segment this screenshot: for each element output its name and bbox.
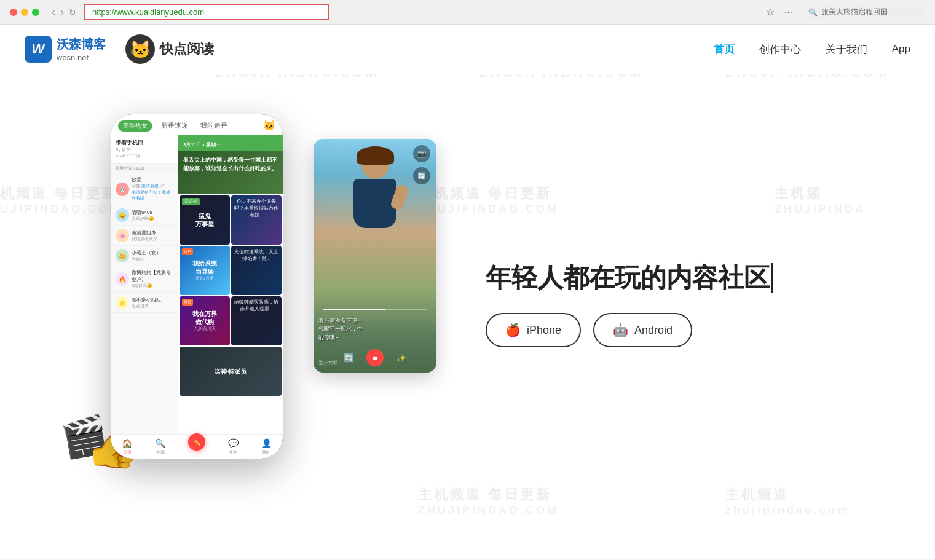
- iphone-download-button[interactable]: 🍎 iPhone: [486, 313, 581, 347]
- chat-avatar-6: 🌟: [116, 296, 129, 309]
- more-options-icon[interactable]: ···: [784, 7, 792, 18]
- video-camera-icon: 📷: [413, 145, 430, 162]
- chat-info-2: 喵喵6409 大家好哟😊: [132, 209, 173, 222]
- chat-item-5: 🔥 微博灼灼【龙影专业户】 QQ群吗😊: [111, 266, 178, 293]
- record-video-button[interactable]: ⏺: [366, 349, 384, 366]
- chat-info-4: 小霸王（女） 大家好: [132, 250, 173, 262]
- nav-app[interactable]: App: [892, 43, 910, 55]
- chat-name-5: 微博灼灼【龙影专业户】: [132, 269, 173, 283]
- search-icon: 🔍: [808, 8, 818, 17]
- nav-profile-label: 我的: [262, 449, 270, 455]
- browser-actions: ☆ ··· 🔍 旅美大熊猫启程回国: [766, 4, 925, 20]
- address-bar[interactable]: https://www.kuaidianyuedu.com: [84, 4, 329, 20]
- chat-item-3: 🌸 南清夏姐办 我居然看哭了: [111, 226, 178, 246]
- chat-avatar-1: 🐰: [116, 183, 129, 196]
- manga-card-guide[interactable]: 日更 我给系统当导师 番剧/月番: [180, 246, 230, 295]
- app-tab-new[interactable]: 新番速递: [157, 119, 192, 132]
- chat-info-3: 南清夏姐办 我居然看哭了: [132, 229, 173, 242]
- flip-camera-icon[interactable]: 🔄: [344, 353, 354, 363]
- nav-home-label: 首页: [123, 449, 132, 455]
- address-text: https://www.kuaidianyuedu.com: [92, 7, 204, 17]
- app-phone-mockup: 高能热文 新番速递 我的追番 🐱 带着手机回 By 富草: [111, 114, 283, 459]
- video-screenshot: 📷 🔄 看台湾准备下吧～ 气喝完一瓶水，中 能停哦～: [314, 139, 436, 373]
- chat-info-1: 妙爱 回复 南清夏姐 +1 南清夏姐不知！我就然着嗯: [132, 176, 173, 202]
- chat-reply-1: 回复 南清夏姐 +1: [132, 183, 173, 189]
- person-hair: [357, 146, 394, 165]
- manga-text-business: 你，不来办个业务吗？本番根据站内作者拉...: [234, 198, 279, 219]
- app-tab-hot[interactable]: 高能热文: [118, 120, 152, 132]
- chat-author: By 富草: [116, 147, 173, 153]
- wosen-logo-link[interactable]: W 沃森博客 wosn.net: [25, 36, 106, 63]
- phone-mockup-area: 高能热文 新番速递 我的追番 🐱 带着手机回 By 富草: [49, 102, 449, 508]
- manga-title-agent: 诺神·特派员: [215, 368, 247, 376]
- nav-create[interactable]: 创作中心: [759, 42, 801, 57]
- video-caption-area: 看台湾准备下吧～ 气喝完一瓶水，中 能停哦～: [318, 315, 432, 342]
- manga-text-recharge: 充值赠送系统，天上掉馅饼！然...: [234, 248, 279, 262]
- reload-button[interactable]: ↻: [69, 7, 76, 17]
- video-bg: 📷 🔄 看台湾准备下吧～ 气喝完一瓶水，中 能停哦～: [314, 139, 436, 373]
- manga-card-business[interactable]: 你，不来办个业务吗？本番根据站内作者拉...: [231, 195, 282, 245]
- chat-name-4: 小霸王（女）: [132, 250, 173, 256]
- back-button[interactable]: ‹: [52, 6, 55, 18]
- effects-icon[interactable]: ✨: [396, 353, 406, 363]
- date-section: 3月11日 • 星期一: [178, 135, 283, 151]
- manga-card-ghost[interactable]: 话语书 猛鬼万事屋: [180, 195, 230, 245]
- wosen-domain: wosn.net: [57, 53, 106, 62]
- maximize-window-button[interactable]: [32, 9, 39, 16]
- chat-item-2: 😊 喵喵6409 大家好哟😊: [111, 205, 178, 226]
- cursor-blink: [771, 263, 773, 293]
- wosen-name: 沃森博客: [57, 36, 106, 53]
- chat-msg-2: 大家好哟😊: [132, 216, 173, 222]
- person-figure: [344, 151, 406, 228]
- featured-article[interactable]: 看舌尖上的中国，感受每一寸国土都不能放弃，谁知道会长出什么好吃的来。: [178, 151, 283, 194]
- window-controls: [10, 9, 39, 16]
- chat-info-6: 差不多小姐姐 迟点进来一...: [132, 296, 173, 309]
- badge-daily-2: 日更: [182, 299, 193, 306]
- nav-create-icon[interactable]: ✏️: [188, 438, 205, 456]
- chat-name-3: 南清夏姐办: [132, 229, 173, 236]
- chat-item-4: 👑 小霸王（女） 大家好: [111, 246, 178, 266]
- manga-card-proxy[interactable]: 日更 我在万界做代购 九州西川天: [180, 296, 230, 345]
- chat-msg-4: 大家好: [132, 256, 173, 262]
- person-head: [361, 151, 389, 179]
- apple-icon: 🍎: [505, 323, 521, 337]
- main-cards-area: 3月11日 • 星期一 看舌尖上的中国，感受每一寸国土都不能放弃，谁知道会长出什…: [178, 135, 283, 434]
- nav-home[interactable]: 首页: [714, 42, 735, 57]
- nav-home-icon[interactable]: 🏠 首页: [122, 438, 132, 456]
- page-header: W 沃森博客 wosn.net 🐱 快点阅读 首页 创作中心 关于我们: [0, 25, 935, 74]
- app-tab-my[interactable]: 我的追番: [197, 119, 231, 132]
- chat-comments-label: 最新评论 (123): [111, 164, 178, 173]
- record-button[interactable]: ✏️: [188, 433, 205, 451]
- app-download-buttons: 🍎 iPhone 🤖 Android: [486, 313, 886, 347]
- app-header-tabs: 高能热文 新番速递 我的追番 🐱: [111, 114, 283, 135]
- close-window-button[interactable]: [10, 9, 17, 16]
- chat-msg-6: 迟点进来一...: [132, 303, 173, 309]
- chat-item-1: 🐰 妙爱 回复 南清夏姐 +1 南清夏姐不知！我就然着嗯: [111, 173, 178, 205]
- manga-card-recharge[interactable]: 充值赠送系统，天上掉馅饼！然...: [231, 246, 282, 295]
- browser-search[interactable]: 🔍 旅美大熊猫启程回国: [802, 4, 925, 20]
- nav-discover-icon[interactable]: 🔍 发现: [155, 438, 165, 456]
- video-bottom-text: 举止拍照: [318, 360, 338, 366]
- video-switch-icon: 🔄: [413, 167, 430, 184]
- main-nav: 首页 创作中心 关于我们 App: [714, 42, 910, 57]
- site-name: 快点阅读: [160, 40, 214, 58]
- nav-profile-icon[interactable]: 👤 我的: [261, 438, 272, 456]
- badge-audio: 话语书: [182, 198, 200, 205]
- chat-content-1: 南清夏姐不知！我就然着嗯: [132, 189, 173, 202]
- manga-card-fox[interactable]: 给狐狸精买防晒，给赤丹道人送墨...: [231, 296, 282, 345]
- bookmark-icon[interactable]: ☆: [766, 6, 775, 18]
- minimize-window-button[interactable]: [21, 9, 28, 16]
- app-nav-bar: 🏠 首页 🔍 发现 ✏️ 💬: [111, 434, 283, 459]
- nav-interact-icon[interactable]: 💬 互动: [228, 438, 239, 456]
- chat-avatar-2: 😊: [116, 208, 129, 222]
- forward-button[interactable]: ›: [60, 6, 64, 18]
- hero-text-area: 年轻人都在玩的内容社区 🍎 iPhone 🤖 Android: [449, 262, 886, 347]
- video-progress-bar: [323, 309, 427, 310]
- chat-progress: ⊙ 48 / 101话: [116, 153, 173, 159]
- logo-area: W 沃森博客 wosn.net 🐱 快点阅读: [25, 34, 214, 64]
- manga-grid: 话语书 猛鬼万事屋 你，不来办个业务吗？本番根据站内作者拉...: [178, 194, 283, 397]
- nav-about[interactable]: 关于我们: [826, 42, 867, 57]
- chat-panel: 带着手机回 By 富草 ⊙ 48 / 101话 最新评论 (123) 🐰 妙: [111, 135, 178, 434]
- manga-card-agent[interactable]: 诺神·特派员: [180, 347, 282, 396]
- android-download-button[interactable]: 🤖 Android: [593, 313, 692, 347]
